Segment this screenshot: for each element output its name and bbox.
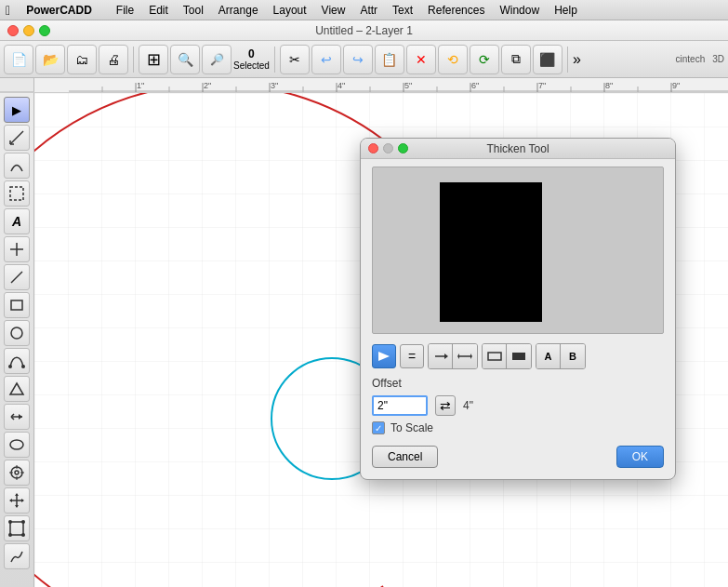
tool-pencil-line[interactable] — [4, 125, 30, 151]
close-button[interactable] — [7, 25, 19, 36]
offset-swap-btn[interactable]: ⇄ — [435, 395, 456, 416]
menu-references[interactable]: References — [421, 2, 491, 19]
ruler-svg: 1" 2" 3" 4" 5" 6" 7" 8" 9" — [69, 78, 728, 92]
thicken-btn-line-closed[interactable] — [507, 344, 531, 368]
tb-undo[interactable]: ↩ — [311, 45, 341, 74]
svg-marker-71 — [457, 354, 459, 359]
menu-layout[interactable]: Layout — [267, 2, 313, 19]
svg-text:2": 2" — [204, 81, 211, 90]
thicken-btn-arrow-double[interactable] — [453, 344, 477, 368]
menu-window[interactable]: Window — [493, 2, 546, 19]
offset-input[interactable] — [372, 395, 428, 416]
tb-paste[interactable]: 📋 — [375, 45, 404, 74]
tool-triangle[interactable] — [4, 376, 30, 402]
window-title: Untitled – 2-Layer 1 — [315, 24, 413, 37]
tool-ellipse[interactable] — [4, 432, 30, 458]
svg-rect-58 — [10, 522, 23, 535]
offset-label: Offset — [372, 377, 402, 390]
tb-templates[interactable]: 🗂 — [67, 45, 97, 74]
svg-point-47 — [15, 471, 19, 474]
thicken-btn-equals[interactable]: = — [400, 344, 424, 368]
window-controls — [7, 25, 50, 36]
svg-marker-42 — [19, 414, 22, 420]
dialog-close-button[interactable] — [368, 143, 378, 153]
tool-bezier[interactable] — [4, 348, 30, 374]
menu-arrange[interactable]: Arrange — [212, 2, 265, 19]
svg-rect-0 — [69, 78, 728, 92]
svg-marker-55 — [15, 505, 19, 508]
dialog-title: Thicken Tool — [486, 142, 549, 155]
tb-zoom-out[interactable]: 🔎 — [202, 45, 232, 74]
tb-copy[interactable]: ⧉ — [501, 45, 531, 74]
tool-crosshair[interactable] — [4, 236, 30, 262]
menu-edit[interactable]: Edit — [142, 2, 175, 19]
thicken-btn-group-arrows — [428, 343, 478, 369]
menubar:  PowerCADD File Edit Tool Arrange Layou… — [0, 0, 728, 20]
tb-delete[interactable]: ✕ — [406, 45, 436, 74]
ok-button[interactable]: OK — [616, 446, 664, 468]
svg-rect-73 — [512, 353, 525, 360]
tool-select-rect[interactable] — [4, 180, 30, 207]
svg-marker-57 — [21, 499, 24, 502]
cancel-button[interactable]: Cancel — [372, 446, 438, 468]
app-name[interactable]: PowerCADD — [20, 2, 99, 19]
tb-new[interactable]: 📄 — [4, 45, 33, 74]
menu-help[interactable]: Help — [548, 2, 584, 19]
svg-marker-66 — [378, 352, 390, 361]
thicken-btn-icon-a[interactable]: A — [536, 344, 561, 368]
tb-separator-3 — [567, 47, 568, 73]
tool-target[interactable] — [4, 460, 30, 486]
tb-select[interactable]: ⊞ — [139, 45, 168, 74]
tb-zoom[interactable]: 🔍 — [170, 45, 200, 74]
tool-arrow[interactable] — [4, 404, 30, 430]
tb-separator-1 — [133, 47, 134, 73]
toscale-checkbox[interactable]: ✓ — [372, 421, 385, 434]
minimize-button[interactable] — [23, 25, 34, 36]
tb-right-label2: 3D — [712, 54, 724, 64]
tb-redo2[interactable]: ⟳ — [470, 45, 499, 74]
thicken-btn-line-open[interactable] — [483, 344, 507, 368]
svg-text:3": 3" — [271, 81, 278, 90]
tb-selected-count: 0 Selected — [233, 47, 270, 71]
svg-text:1": 1" — [137, 81, 144, 90]
svg-line-35 — [11, 272, 22, 283]
tool-scale-box[interactable] — [4, 515, 30, 541]
svg-text:8": 8" — [605, 81, 613, 90]
zoom-button[interactable] — [39, 25, 50, 36]
dialog-minimize-button[interactable] — [383, 143, 393, 153]
tool-line[interactable] — [4, 264, 30, 290]
thicken-btn-icon-b[interactable]: B — [561, 344, 585, 368]
menu-view[interactable]: View — [315, 2, 352, 19]
svg-point-61 — [8, 533, 12, 537]
ruler-corner — [0, 78, 34, 92]
tool-cursor[interactable]: ▶ — [4, 97, 30, 123]
tb-cut[interactable]: ✂ — [280, 45, 310, 74]
tool-arc[interactable] — [4, 153, 30, 179]
menu-file[interactable]: File — [110, 2, 140, 19]
tb-redo[interactable]: ↪ — [343, 45, 373, 74]
toscale-row: ✓ To Scale — [372, 421, 664, 434]
dialog-zoom-button[interactable] — [398, 143, 408, 153]
thicken-btn-arrow-right[interactable] — [372, 344, 396, 368]
menu-attr[interactable]: Attr — [353, 2, 384, 19]
titlebar: Untitled – 2-Layer 1 — [0, 20, 728, 41]
tb-overflow-btn[interactable]: » — [573, 51, 581, 68]
tb-separator-2 — [274, 47, 275, 73]
tb-group[interactable]: ⬛ — [533, 45, 563, 74]
menu-tool[interactable]: Tool — [177, 2, 210, 19]
thicken-dialog: Thicken Tool = — [360, 138, 676, 480]
menu-text[interactable]: Text — [386, 2, 419, 19]
tool-circle[interactable] — [4, 320, 30, 346]
tb-open[interactable]: 📂 — [35, 45, 65, 74]
tb-undo2[interactable]: ⟲ — [438, 45, 468, 74]
svg-marker-54 — [15, 493, 19, 496]
tb-print[interactable]: 🖨 — [99, 45, 128, 74]
svg-point-38 — [8, 365, 12, 368]
tool-move[interactable] — [4, 487, 30, 514]
tool-freehand[interactable] — [4, 543, 30, 569]
dialog-content: = A B — [361, 159, 675, 479]
thicken-btn-arrow-single[interactable] — [429, 344, 453, 368]
tool-text[interactable]: A — [4, 208, 30, 234]
svg-point-39 — [21, 365, 25, 368]
tool-rect[interactable] — [4, 292, 30, 318]
